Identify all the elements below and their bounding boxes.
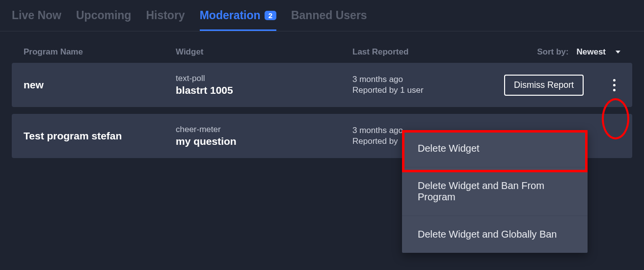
table-row: new text-poll blastrt 1005 3 months ago … xyxy=(12,63,632,107)
tab-bar: Live Now Upcoming History Moderation 2 B… xyxy=(0,0,644,31)
widget-type: text-poll xyxy=(176,74,352,83)
moderation-count-badge: 2 xyxy=(265,11,276,20)
program-name: new xyxy=(24,79,176,91)
more-options-icon[interactable] xyxy=(608,76,620,94)
last-reported-by: Reported by 1 user xyxy=(352,85,465,95)
menu-ban-from-program[interactable]: Delete Widget and Ban From Program xyxy=(402,167,588,216)
tab-upcoming[interactable]: Upcoming xyxy=(76,9,131,31)
tab-banned-users[interactable]: Banned Users xyxy=(291,9,367,31)
sort-label: Sort by: xyxy=(537,47,568,57)
sort-value: Newest xyxy=(576,47,606,57)
program-name: Test program stefan xyxy=(24,130,176,142)
widget-name: my question xyxy=(176,135,352,147)
widget-name: blastrt 1005 xyxy=(176,84,352,96)
tab-moderation[interactable]: Moderation 2 xyxy=(200,9,276,31)
tab-live-now[interactable]: Live Now xyxy=(12,9,61,31)
tab-moderation-label: Moderation xyxy=(200,9,261,22)
dismiss-report-button[interactable]: Dismiss Report xyxy=(504,75,584,96)
table-header: Program Name Widget Last Reported Sort b… xyxy=(12,41,632,63)
menu-delete-widget[interactable]: Delete Widget xyxy=(402,130,588,167)
col-header-program: Program Name xyxy=(24,47,176,57)
chevron-down-icon xyxy=(616,51,620,54)
last-reported-time: 3 months ago xyxy=(352,75,465,84)
col-header-last-reported: Last Reported xyxy=(352,47,465,57)
menu-globally-ban[interactable]: Delete Widget and Globally Ban xyxy=(402,216,588,253)
sort-control[interactable]: Sort by: Newest xyxy=(465,47,620,57)
tab-history[interactable]: History xyxy=(146,9,185,31)
col-header-widget: Widget xyxy=(176,47,352,57)
row-actions-menu: Delete Widget Delete Widget and Ban From… xyxy=(402,130,588,253)
widget-type: cheer-meter xyxy=(176,125,352,135)
